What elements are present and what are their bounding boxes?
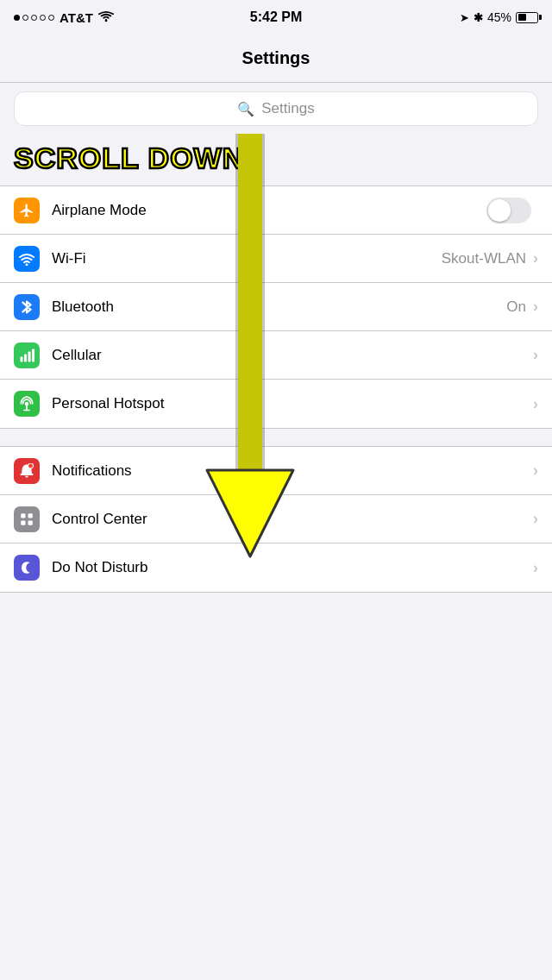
svg-rect-2 [21, 356, 23, 361]
control-center-chevron: › [533, 510, 538, 528]
personal-hotspot-chevron: › [533, 395, 538, 413]
bluetooth-status-icon: ✱ [474, 11, 483, 24]
battery-percent: 45% [487, 10, 511, 24]
wifi-chevron: › [533, 249, 538, 267]
airplane-mode-row[interactable]: Airplane Mode [0, 186, 552, 235]
airplane-mode-label: Airplane Mode [52, 202, 486, 219]
status-time: 5:42 PM [250, 9, 302, 25]
signal-dot-4 [40, 15, 46, 21]
svg-rect-3 [24, 354, 27, 361]
svg-rect-13 [21, 520, 25, 525]
bluetooth-icon [14, 294, 40, 320]
wifi-status-icon [98, 10, 114, 25]
personal-hotspot-row[interactable]: Personal Hotspot › [0, 380, 552, 428]
status-left: AT&T [14, 10, 114, 25]
settings-group-system: Notifications › Control Center › Do Not … [0, 446, 552, 593]
page-title: Settings [242, 48, 310, 68]
wifi-label: Wi-Fi [52, 250, 442, 267]
personal-hotspot-label: Personal Hotspot [52, 395, 533, 412]
status-bar: AT&T 5:42 PM ➤ ✱ 45% [0, 0, 552, 35]
svg-rect-9 [21, 474, 34, 475]
control-center-row[interactable]: Control Center › [0, 495, 552, 543]
notifications-chevron: › [533, 462, 538, 480]
do-not-disturb-chevron: › [533, 559, 538, 577]
scroll-down-label: SCROLL DOWN [14, 141, 244, 175]
airplane-mode-icon [14, 198, 40, 223]
do-not-disturb-row[interactable]: Do Not Disturb › [0, 543, 552, 592]
signal-dot-2 [22, 15, 28, 21]
svg-point-0 [105, 19, 108, 22]
bluetooth-chevron: › [533, 298, 538, 316]
do-not-disturb-label: Do Not Disturb [52, 559, 533, 576]
wifi-icon [14, 246, 40, 272]
search-placeholder: Settings [261, 100, 314, 117]
control-center-label: Control Center [52, 511, 533, 528]
cellular-icon [14, 342, 40, 368]
search-bar[interactable]: 🔍 Settings [14, 91, 538, 126]
notifications-row[interactable]: Notifications › [0, 447, 552, 495]
control-center-icon [14, 506, 40, 532]
personal-hotspot-icon [14, 391, 40, 417]
wifi-value: Skout-WLAN [442, 250, 526, 267]
svg-rect-11 [21, 513, 25, 518]
notifications-label: Notifications [52, 462, 533, 480]
search-icon: 🔍 [237, 101, 254, 117]
svg-rect-14 [28, 520, 33, 525]
toggle-knob [488, 199, 511, 222]
group-gap [0, 429, 552, 446]
cellular-chevron: › [533, 346, 538, 364]
cellular-label: Cellular [52, 347, 533, 364]
nav-bar: Settings [0, 35, 552, 83]
cellular-row[interactable]: Cellular › [0, 331, 552, 380]
battery-icon [516, 12, 538, 23]
do-not-disturb-icon [14, 555, 40, 581]
wifi-row[interactable]: Wi-Fi Skout-WLAN › [0, 235, 552, 283]
svg-rect-5 [32, 349, 34, 361]
settings-group-connectivity: Airplane Mode Wi-Fi Skout-WLAN › Bluetoo… [0, 185, 552, 429]
svg-rect-4 [28, 351, 31, 361]
location-icon: ➤ [460, 11, 469, 24]
signal-dot-1 [14, 15, 20, 21]
status-right: ➤ ✱ 45% [460, 10, 538, 24]
svg-point-1 [26, 263, 28, 266]
signal-strength [14, 15, 54, 21]
bluetooth-value: On [506, 298, 526, 316]
scroll-banner: SCROLL DOWN [0, 135, 552, 185]
signal-dot-3 [31, 15, 37, 21]
signal-dot-5 [48, 15, 54, 21]
svg-rect-12 [28, 513, 33, 518]
airplane-mode-toggle[interactable] [486, 198, 531, 223]
svg-point-10 [28, 463, 34, 468]
carrier-label: AT&T [60, 10, 93, 25]
bluetooth-row[interactable]: Bluetooth On › [0, 283, 552, 331]
search-container: 🔍 Settings [0, 83, 552, 135]
battery-fill [518, 14, 526, 21]
bluetooth-label: Bluetooth [52, 298, 506, 316]
notifications-icon [14, 458, 40, 484]
